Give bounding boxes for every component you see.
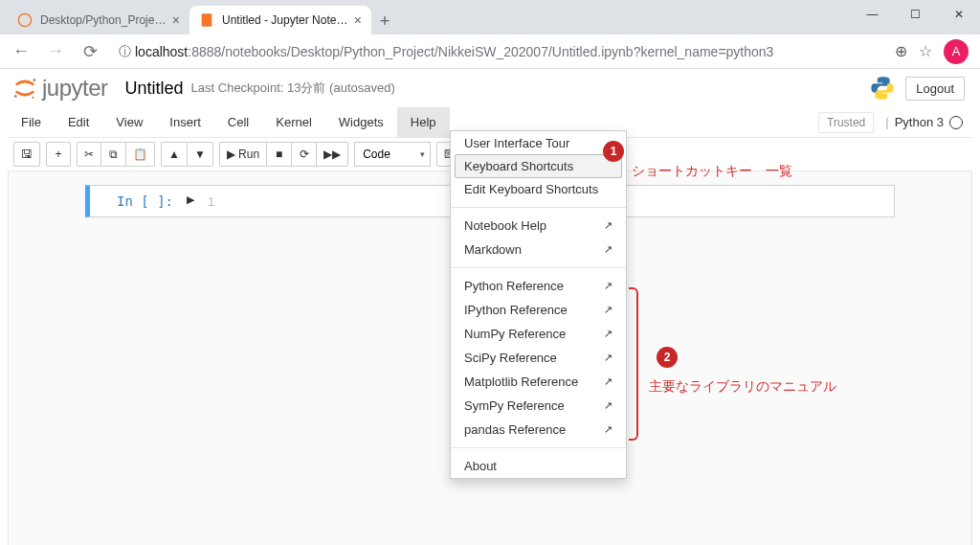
external-link-icon: ↗ bbox=[604, 304, 612, 316]
close-icon[interactable]: × bbox=[172, 12, 180, 28]
back-button[interactable]: ← bbox=[8, 38, 34, 65]
tab-title: Desktop/Python_Project/NikkeiS bbox=[40, 13, 167, 27]
kernel-name: Python 3 bbox=[895, 115, 944, 129]
close-icon[interactable]: × bbox=[354, 12, 362, 28]
help-markdown[interactable]: Markdown↗ bbox=[451, 238, 626, 261]
move-up-button[interactable]: ▲ bbox=[161, 142, 188, 167]
external-link-icon: ↗ bbox=[604, 280, 612, 292]
reload-button[interactable]: ⟳ bbox=[77, 38, 103, 65]
menu-view[interactable]: View bbox=[102, 107, 156, 137]
menu-edit[interactable]: Edit bbox=[55, 107, 102, 137]
external-link-icon: ↗ bbox=[604, 399, 612, 412]
restart-button[interactable]: ⟳ bbox=[292, 142, 317, 167]
logout-button[interactable]: Logout bbox=[905, 77, 965, 101]
annotation-badge-1: 1 bbox=[603, 141, 624, 162]
site-info-icon[interactable]: ⓘ bbox=[119, 43, 131, 60]
paste-button[interactable]: 📋 bbox=[126, 142, 155, 167]
jupyter-favicon bbox=[17, 12, 33, 28]
profile-avatar[interactable]: A bbox=[944, 39, 969, 64]
help-dropdown: User Interface Tour Keyboard Shortcuts E… bbox=[450, 130, 627, 479]
stop-button[interactable]: ■ bbox=[267, 142, 292, 167]
menu-separator bbox=[451, 447, 626, 448]
save-button[interactable]: 🖫 bbox=[13, 142, 40, 167]
jupyter-logo-text: jupyter bbox=[42, 75, 108, 102]
cell-type-select[interactable]: Code bbox=[354, 142, 431, 167]
cell-prompt: In [ ]: bbox=[90, 190, 181, 213]
help-ipython-ref[interactable]: IPython Reference↗ bbox=[451, 298, 626, 322]
menu-separator bbox=[451, 207, 626, 208]
line-number: 1 bbox=[208, 194, 214, 209]
tab-title: Untitled - Jupyter Notebook bbox=[222, 13, 348, 27]
annotation-text-2: 主要なライブラリのマニュアル bbox=[649, 378, 836, 396]
help-ui-tour[interactable]: User Interface Tour bbox=[451, 131, 626, 155]
help-pandas-ref[interactable]: pandas Reference↗ bbox=[451, 418, 626, 442]
svg-rect-1 bbox=[202, 13, 212, 26]
annotation-text-1: ショートカットキー 一覧 bbox=[632, 163, 792, 180]
menu-file[interactable]: File bbox=[8, 107, 55, 137]
url-input[interactable]: ⓘ localhost:8888/notebooks/Desktop/Pytho… bbox=[111, 43, 887, 60]
browser-tab-active[interactable]: Untitled - Jupyter Notebook × bbox=[189, 6, 371, 34]
help-sympy-ref[interactable]: SymPy Reference↗ bbox=[451, 394, 626, 418]
notebook-name[interactable]: Untitled bbox=[125, 79, 184, 99]
restart-run-all-button[interactable]: ▶▶ bbox=[317, 142, 348, 167]
new-tab-button[interactable]: + bbox=[371, 8, 398, 34]
menu-kernel[interactable]: Kernel bbox=[262, 107, 325, 137]
move-down-button[interactable]: ▼ bbox=[188, 142, 213, 167]
menu-cell[interactable]: Cell bbox=[214, 107, 262, 137]
python-logo-icon bbox=[869, 75, 896, 102]
browser-tab[interactable]: Desktop/Python_Project/NikkeiS × bbox=[8, 6, 189, 34]
zoom-icon[interactable]: ⊕ bbox=[895, 42, 907, 60]
external-link-icon: ↗ bbox=[604, 243, 612, 256]
forward-button[interactable]: → bbox=[42, 38, 69, 65]
help-keyboard-shortcuts[interactable]: Keyboard Shortcuts bbox=[455, 154, 622, 178]
kernel-status-icon bbox=[949, 116, 963, 129]
checkpoint-status: Last Checkpoint: 13分前 (autosaved) bbox=[191, 79, 395, 97]
jupyter-header: jupyter Untitled Last Checkpoint: 13分前 (… bbox=[4, 69, 976, 103]
trusted-indicator[interactable]: Trusted bbox=[818, 112, 874, 133]
annotation-badge-2: 2 bbox=[657, 347, 678, 368]
run-button[interactable]: ▶ Run bbox=[219, 142, 267, 167]
window-minimize[interactable]: — bbox=[851, 0, 894, 29]
external-link-icon: ↗ bbox=[604, 423, 612, 436]
copy-button[interactable]: ⧉ bbox=[101, 142, 126, 167]
help-numpy-ref[interactable]: NumPy Reference↗ bbox=[451, 322, 626, 346]
jupyter-logo[interactable]: jupyter bbox=[11, 75, 108, 102]
menu-help[interactable]: Help bbox=[397, 107, 450, 137]
url-path: :8888/notebooks/Desktop/Python_Project/N… bbox=[188, 44, 773, 59]
add-cell-button[interactable]: + bbox=[46, 142, 71, 167]
run-cell-icon[interactable]: ▶ bbox=[181, 190, 200, 213]
help-scipy-ref[interactable]: SciPy Reference↗ bbox=[451, 346, 626, 370]
svg-point-2 bbox=[33, 79, 35, 81]
menu-separator bbox=[451, 267, 626, 268]
jupyter-logo-icon bbox=[11, 75, 38, 102]
help-edit-shortcuts[interactable]: Edit Keyboard Shortcuts bbox=[451, 177, 626, 201]
notebook-favicon bbox=[199, 12, 214, 28]
external-link-icon: ↗ bbox=[604, 352, 612, 364]
cut-button[interactable]: ✂ bbox=[77, 142, 101, 167]
help-python-ref[interactable]: Python Reference↗ bbox=[451, 274, 626, 298]
help-notebook[interactable]: Notebook Help↗ bbox=[451, 214, 626, 238]
external-link-icon: ↗ bbox=[604, 328, 612, 340]
svg-point-0 bbox=[18, 13, 31, 26]
menu-insert[interactable]: Insert bbox=[156, 107, 214, 137]
bookmark-icon[interactable]: ☆ bbox=[919, 42, 932, 60]
browser-tab-strip: Desktop/Python_Project/NikkeiS × Untitle… bbox=[0, 0, 980, 34]
address-bar: ← → ⟳ ⓘ localhost:8888/notebooks/Desktop… bbox=[0, 34, 980, 69]
annotation-bracket bbox=[629, 287, 638, 441]
help-about[interactable]: About bbox=[451, 454, 626, 478]
window-close[interactable]: ✕ bbox=[937, 0, 980, 29]
help-matplotlib-ref[interactable]: Matplotlib Reference↗ bbox=[451, 370, 626, 394]
kernel-indicator[interactable]: | Python 3 bbox=[885, 115, 963, 129]
menu-widgets[interactable]: Widgets bbox=[325, 107, 397, 137]
external-link-icon: ↗ bbox=[604, 219, 612, 232]
svg-point-3 bbox=[14, 95, 17, 98]
svg-point-4 bbox=[32, 97, 33, 99]
url-host: localhost bbox=[135, 44, 188, 59]
window-maximize[interactable]: ☐ bbox=[894, 0, 937, 29]
external-link-icon: ↗ bbox=[604, 375, 612, 388]
